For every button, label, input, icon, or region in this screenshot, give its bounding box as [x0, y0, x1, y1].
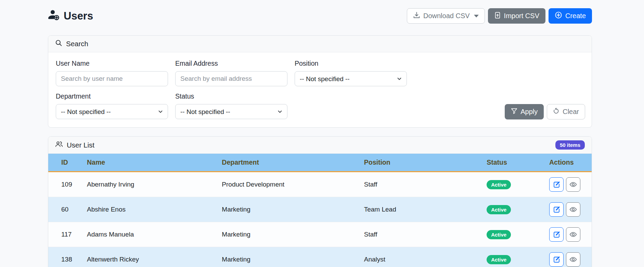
department-label: Department	[56, 92, 168, 100]
row-actions	[549, 252, 585, 267]
search-card-body: User Name Email Address Position -- Not …	[48, 52, 592, 127]
import-csv-button[interactable]: Import CSV	[488, 8, 545, 24]
status-label: Status	[175, 92, 287, 100]
page-container: Users Download CSV Import	[48, 0, 592, 267]
filter-actions: Apply Clear	[505, 104, 585, 119]
table-row: 60 Abshire Enos Marketing Team Lead Acti…	[48, 197, 592, 222]
status-field-group: Status -- Not specified --	[175, 92, 287, 119]
cell-name: Abshire Enos	[81, 197, 216, 222]
top-bar: Users Download CSV Import	[48, 0, 592, 24]
status-select[interactable]: -- Not specified --	[175, 104, 287, 119]
position-select-wrap: -- Not specified --	[295, 71, 407, 86]
column-header-actions: Actions	[543, 154, 592, 172]
column-header-id: ID	[48, 154, 81, 172]
email-label: Email Address	[175, 60, 287, 67]
edit-button[interactable]	[549, 177, 564, 192]
page-title: Users	[48, 9, 93, 23]
status-badge: Active	[487, 205, 511, 214]
search-card-title: Search	[66, 40, 88, 48]
download-csv-button[interactable]: Download CSV	[407, 8, 485, 24]
edit-button[interactable]	[549, 227, 564, 242]
row-actions	[549, 227, 585, 242]
view-button[interactable]	[566, 252, 580, 267]
department-field-group: Department -- Not specified --	[56, 92, 168, 119]
cell-id: 138	[48, 247, 81, 267]
department-select-wrap: -- Not specified --	[56, 104, 168, 119]
cell-id: 60	[48, 197, 81, 222]
column-header-department: Department	[216, 154, 358, 172]
cell-department: Marketing	[216, 222, 358, 247]
cell-id: 117	[48, 222, 81, 247]
row-actions	[549, 202, 585, 217]
caret-down-icon	[474, 15, 479, 17]
table-header-row: ID Name Department Position Status Actio…	[48, 154, 592, 172]
person-plus-icon	[48, 9, 60, 23]
table-row: 117 Adams Manuela Marketing Staff Active	[48, 222, 592, 247]
toolbar-actions: Download CSV Import CSV Crea	[407, 8, 592, 24]
position-field-group: Position -- Not specified --	[295, 60, 407, 86]
cell-department: Product Development	[216, 172, 358, 197]
items-count-badge: 50 items	[555, 140, 585, 150]
page-title-text: Users	[64, 10, 93, 22]
position-label: Position	[295, 60, 407, 67]
apply-label: Apply	[520, 108, 538, 116]
column-header-name: Name	[81, 154, 216, 172]
file-upload-icon	[494, 12, 501, 21]
user-list-title: User List	[67, 141, 94, 149]
user-table: ID Name Department Position Status Actio…	[48, 154, 592, 267]
cell-department: Marketing	[216, 247, 358, 267]
cell-name: Altenwerth Rickey	[81, 247, 216, 267]
position-select[interactable]: -- Not specified --	[295, 71, 407, 86]
user-list-card: User List 50 items ID Name Department Po…	[48, 136, 592, 267]
search-form-row-1: User Name Email Address Position -- Not …	[56, 60, 585, 86]
status-select-wrap: -- Not specified --	[175, 104, 287, 119]
create-button[interactable]: Create	[549, 8, 592, 24]
cell-position: Team Lead	[358, 197, 480, 222]
cell-position: Analyst	[358, 247, 480, 267]
cell-id: 109	[48, 172, 81, 197]
user-name-label: User Name	[56, 60, 168, 67]
view-button[interactable]	[566, 227, 580, 242]
people-icon	[55, 141, 63, 150]
view-button[interactable]	[566, 202, 580, 217]
rotate-ccw-icon	[553, 108, 559, 116]
funnel-icon	[511, 108, 517, 116]
user-list-header: User List 50 items	[48, 137, 592, 154]
cell-position: Staff	[358, 222, 480, 247]
edit-button[interactable]	[549, 252, 564, 267]
cell-position: Staff	[358, 172, 480, 197]
edit-button[interactable]	[549, 202, 564, 217]
search-card-header: Search	[48, 36, 592, 52]
status-badge: Active	[487, 255, 511, 264]
email-field-group: Email Address	[175, 60, 287, 86]
import-csv-label: Import CSV	[504, 12, 539, 20]
cell-name: Adams Manuela	[81, 222, 216, 247]
user-name-field-group: User Name	[56, 60, 168, 86]
apply-button[interactable]: Apply	[505, 104, 544, 119]
search-card: Search User Name Email Address Position …	[48, 35, 592, 128]
user-name-input[interactable]	[56, 71, 168, 86]
clear-label: Clear	[563, 108, 579, 116]
email-input[interactable]	[175, 71, 287, 86]
download-csv-label: Download CSV	[423, 12, 470, 20]
department-select[interactable]: -- Not specified --	[56, 104, 168, 119]
clear-button[interactable]: Clear	[547, 104, 585, 119]
table-row: 109 Abernathy Irving Product Development…	[48, 172, 592, 197]
cell-name: Abernathy Irving	[81, 172, 216, 197]
table-row: 138 Altenwerth Rickey Marketing Analyst …	[48, 247, 592, 267]
plus-circle-icon	[555, 11, 562, 21]
row-actions	[549, 177, 585, 192]
search-icon	[55, 39, 62, 48]
column-header-status: Status	[480, 154, 543, 172]
cell-department: Marketing	[216, 197, 358, 222]
column-header-position: Position	[358, 154, 480, 172]
download-icon	[413, 12, 420, 21]
status-badge: Active	[487, 180, 511, 189]
status-badge: Active	[487, 230, 511, 239]
view-button[interactable]	[566, 177, 580, 192]
create-label: Create	[565, 12, 586, 20]
